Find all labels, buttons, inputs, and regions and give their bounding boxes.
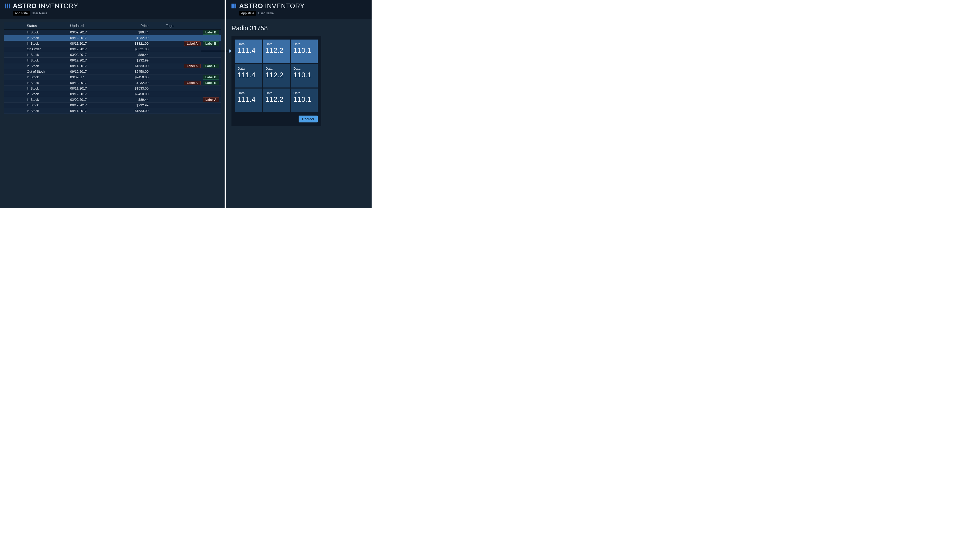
tag-label-a: Label A	[184, 41, 200, 46]
cell-updated: 09/12/2017	[70, 103, 108, 107]
cell-updated: 09/12/2017	[70, 59, 108, 62]
tag-label-b: Label B	[203, 30, 219, 35]
cell-price: $1533.00	[108, 64, 151, 68]
detail-pane: ASTRO INVENTORY App state User Name Radi…	[226, 0, 372, 208]
column-header-status[interactable]: Status	[27, 24, 70, 28]
svg-rect-12	[231, 5, 233, 6]
app-title-bold: ASTRO	[13, 2, 37, 10]
cell-updated: 09/12/2017	[70, 81, 108, 85]
cell-updated: 09/12/2017	[70, 92, 108, 96]
app-menu-icon[interactable]	[231, 3, 237, 9]
svg-rect-0	[5, 3, 6, 5]
data-tile[interactable]: Data110.1	[291, 64, 318, 87]
cell-price: $2450.00	[108, 75, 151, 79]
column-header-price[interactable]: Price	[108, 24, 151, 28]
tile-label: Data	[266, 67, 287, 70]
cell-price: $1533.00	[108, 109, 151, 113]
cell-updated: 03/09/2017	[70, 98, 108, 102]
inventory-table: Status Updated Price Tags In Stock03/09/…	[4, 22, 221, 114]
tile-value: 112.2	[266, 46, 287, 55]
svg-rect-13	[233, 5, 234, 6]
cell-price: $232.99	[108, 36, 151, 40]
svg-rect-17	[235, 7, 236, 8]
table-row[interactable]: In Stock09/12/2017$232.99	[4, 35, 221, 41]
table-row[interactable]: In Stock08/11/2017$1533.00	[4, 86, 221, 91]
table-body: In Stock03/09/2017$89.44Label BIn Stock0…	[4, 30, 221, 114]
master-pane: ASTRO INVENTORY App state User Name Stat…	[0, 0, 224, 208]
svg-rect-6	[5, 7, 6, 8]
tag-label-a: Label A	[203, 97, 219, 102]
data-tile[interactable]: Data110.1	[291, 89, 318, 112]
table-row[interactable]: In Stock03/02017$2450.00Label B	[4, 75, 221, 80]
table-row[interactable]: In Stock03/09/2017$89.44Label A	[4, 97, 221, 103]
cell-tags: Label A	[151, 97, 221, 102]
svg-rect-2	[9, 3, 10, 5]
cell-status: In Stock	[27, 86, 70, 90]
table-header-row: Status Updated Price Tags	[4, 22, 221, 30]
cell-price: $89.44	[108, 98, 151, 102]
svg-rect-7	[7, 7, 8, 8]
cell-price: $2450.00	[108, 70, 151, 73]
cell-updated: 08/11/2017	[70, 86, 108, 90]
table-row[interactable]: In Stock09/12/2017$232.99	[4, 58, 221, 63]
column-header-tags[interactable]: Tags	[151, 24, 221, 28]
data-tile[interactable]: Data112.2	[263, 40, 290, 63]
svg-rect-15	[231, 7, 233, 8]
svg-rect-11	[235, 3, 236, 5]
tile-value: 110.1	[293, 71, 315, 79]
svg-rect-3	[5, 5, 6, 6]
cell-updated: 09/12/2017	[70, 70, 108, 73]
data-tile[interactable]: Data112.2	[263, 64, 290, 87]
table-row[interactable]: In Stock09/12/2017$232.99Label ALabel B	[4, 80, 221, 86]
tag-label-b: Label B	[203, 81, 219, 85]
cell-status: In Stock	[27, 81, 70, 85]
svg-rect-5	[9, 5, 10, 6]
table-row[interactable]: In Stock08/11/2017$1533.00	[4, 108, 221, 114]
data-tile[interactable]: Data110.1	[291, 40, 318, 63]
cell-price: $2450.00	[108, 92, 151, 96]
cell-status: In Stock	[27, 109, 70, 113]
data-tile[interactable]: Data111.4	[235, 64, 262, 87]
tile-label: Data	[293, 42, 315, 46]
app-menu-icon[interactable]	[5, 3, 10, 9]
data-tile[interactable]: Data112.2	[263, 89, 290, 112]
tile-label: Data	[238, 67, 259, 70]
cell-updated: 08/11/2017	[70, 109, 108, 113]
cell-updated: 03/02017	[70, 75, 108, 79]
cell-price: $232.99	[108, 59, 151, 62]
table-row[interactable]: In Stock08/11/2017$3321.00Label ALabel B	[4, 41, 221, 46]
cell-tags: Label B	[151, 30, 221, 35]
tag-label-b: Label B	[203, 75, 219, 79]
cell-status: In Stock	[27, 98, 70, 102]
data-tile[interactable]: Data111.4	[235, 89, 262, 112]
cell-status: In Stock	[27, 64, 70, 68]
cell-status: Out of Stock	[27, 70, 70, 73]
tile-label: Data	[266, 42, 287, 46]
svg-rect-10	[233, 3, 234, 5]
cell-updated: 09/12/2017	[70, 47, 108, 51]
tile-value: 112.2	[266, 95, 287, 103]
cell-status: On Order	[27, 47, 70, 51]
user-name: User Name	[32, 11, 48, 15]
table-row[interactable]: In Stock08/11/2017$1533.00Label ALabel B	[4, 63, 221, 69]
cell-price: $232.99	[108, 103, 151, 107]
data-tile[interactable]: Data111.4	[235, 40, 262, 63]
table-row[interactable]: On Order09/12/2017$3321.00	[4, 46, 221, 52]
cell-updated: 08/11/2017	[70, 41, 108, 45]
app-title-bold: ASTRO	[239, 2, 263, 10]
tile-label: Data	[266, 91, 287, 95]
svg-rect-9	[231, 3, 233, 5]
cell-status: In Stock	[27, 41, 70, 45]
cell-tags: Label ALabel B	[151, 64, 221, 68]
cell-price: $3321.00	[108, 41, 151, 45]
table-row[interactable]: Out of Stock09/12/2017$2450.00	[4, 69, 221, 75]
reorder-button[interactable]: Reorder	[299, 116, 318, 122]
table-row[interactable]: In Stock03/09/2017$89.44	[4, 52, 221, 58]
tag-label-b: Label B	[203, 41, 219, 46]
table-row[interactable]: In Stock09/12/2017$232.99	[4, 103, 221, 108]
app-header: ASTRO INVENTORY App state User Name	[226, 0, 372, 19]
cell-tags: Label ALabel B	[151, 41, 221, 46]
table-row[interactable]: In Stock03/09/2017$89.44Label B	[4, 30, 221, 35]
table-row[interactable]: In Stock09/12/2017$2450.00	[4, 91, 221, 97]
column-header-updated[interactable]: Updated	[70, 24, 108, 28]
